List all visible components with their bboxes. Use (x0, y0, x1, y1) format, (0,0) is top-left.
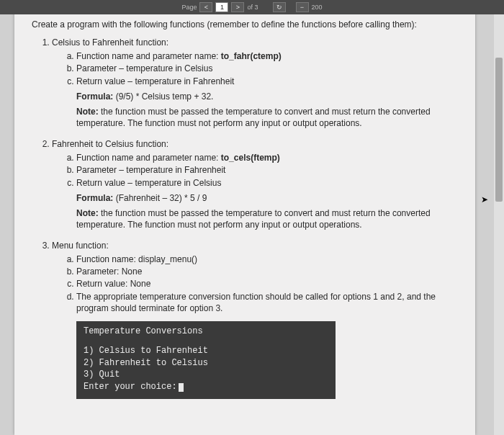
vertical-scrollbar[interactable] (494, 14, 504, 435)
page-number-input[interactable]: 1 (215, 2, 228, 12)
terminal-title: Temperature Conversions (84, 326, 328, 338)
note-line: Note: the function must be passed the te… (76, 106, 458, 129)
next-page-button[interactable]: > (231, 2, 244, 12)
page-label: Page (181, 4, 197, 11)
sub-item: The appropriate temperature conversion f… (76, 291, 458, 314)
mouse-cursor-icon: ➤ (481, 194, 488, 205)
sub-list: Function name and parameter name: to_fah… (52, 50, 458, 87)
function-title: Menu function: (52, 241, 458, 251)
terminal-prompt: Enter your choice: (84, 381, 328, 393)
function-title: Celsius to Fahrenheit function: (52, 37, 458, 48)
formula-line: Formula: (9/5) * Celsius temp + 32. (76, 91, 458, 102)
sub-item: Return value: None (76, 278, 458, 290)
sub-item: Function name: display_menu() (76, 254, 458, 265)
sub-item: Return value – temperature in Celsius (76, 177, 458, 189)
function-item-2: Fahrenheit to Celsius function: Function… (52, 139, 458, 230)
terminal-cursor-icon (179, 383, 184, 392)
function-item-1: Celsius to Fahrenheit function: Function… (52, 37, 458, 129)
sub-item: Return value – temperature in Fahrenheit (76, 76, 458, 87)
sub-item: Function name and parameter name: to_fah… (76, 50, 458, 62)
sub-item: Parameter: None (76, 266, 458, 277)
function-title: Fahrenheit to Celsius function: (52, 139, 458, 149)
note-line: Note: the function must be passed the te… (76, 207, 458, 230)
code-token: to_fahr(ctemp) (221, 51, 282, 61)
refresh-button[interactable]: ↻ (273, 2, 286, 12)
sub-list: Function name: display_menu() Parameter:… (52, 254, 458, 314)
sub-list: Function name and parameter name: to_cel… (52, 152, 458, 189)
zoom-level: 200 (312, 4, 323, 11)
sub-item: Parameter – temperature in Celsius (76, 63, 458, 74)
terminal-line: 2) Fahrenheit to Celsius (84, 357, 328, 369)
document-page: Create a program with the following func… (14, 9, 475, 435)
sub-item: Function name and parameter name: to_cel… (76, 152, 458, 163)
prev-page-button[interactable]: < (199, 2, 212, 12)
sub-item: Parameter – temperature in Fahrenheit (76, 164, 458, 176)
function-list: Celsius to Fahrenheit function: Function… (32, 37, 458, 399)
terminal-line: 1) Celsius to Fahrenheit (84, 345, 328, 357)
function-item-3: Menu function: Function name: display_me… (52, 241, 458, 399)
terminal-output: Temperature Conversions 1) Celsius to Fa… (76, 321, 336, 399)
viewer-toolbar: Page < 1 > of 3 ↻ − 200 (0, 0, 504, 14)
zoom-out-button[interactable]: − (296, 2, 309, 12)
scrollbar-thumb[interactable] (495, 58, 503, 202)
terminal-line: 3) Quit (84, 369, 328, 381)
intro-text: Create a program with the following func… (32, 19, 458, 30)
page-total: of 3 (247, 4, 258, 11)
formula-line: Formula: (Fahrenheit – 32) * 5 / 9 (76, 193, 458, 203)
code-token: to_cels(ftemp) (221, 153, 280, 163)
